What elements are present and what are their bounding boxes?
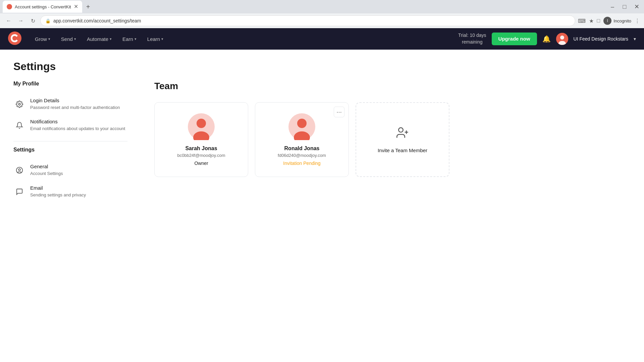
my-profile-section-title: My Profile (13, 81, 127, 87)
notifications-label: Notifications (30, 119, 125, 124)
nav-item-send[interactable]: Send ▾ (56, 28, 82, 50)
app: Grow ▾ Send ▾ Automate ▾ Earn ▾ Learn ▾ (0, 28, 644, 362)
notifications-desc: Email notifications about updates to you… (30, 126, 125, 132)
svg-point-6 (18, 169, 20, 171)
nav-item-grow[interactable]: Grow ▾ (30, 28, 56, 50)
trial-text: Trial: 10 daysremaining (458, 32, 486, 45)
login-details-label: Login Details (30, 98, 120, 103)
sarah-email: bc0bb24f@moodjoy.com (177, 153, 225, 158)
nav-item-learn[interactable]: Learn ▾ (142, 28, 169, 50)
sidebar-item-general[interactable]: General Account Settings (13, 160, 127, 181)
content-area: My Profile Login Details Password reset … (0, 81, 644, 202)
login-details-desc: Password reset and multi-factor authenti… (30, 105, 120, 111)
sidebar-item-notifications[interactable]: Notifications Email notifications about … (13, 115, 127, 136)
invite-label: Invite a Team Member (378, 147, 427, 153)
add-user-icon (396, 126, 409, 142)
nav-item-automate[interactable]: Automate ▾ (82, 28, 117, 50)
user-avatar[interactable] (556, 33, 568, 45)
svg-point-13 (398, 128, 403, 132)
card-menu-button[interactable]: ⋯ (334, 107, 344, 117)
ronald-avatar (288, 113, 315, 140)
sidebar-divider (13, 141, 127, 141)
incognito-label: Incognito (613, 18, 631, 23)
bookmark-icon[interactable]: ★ (589, 18, 594, 24)
nav-right: Trial: 10 daysremaining Upgrade now 🔔 UI… (458, 32, 636, 45)
learn-chevron-icon: ▾ (161, 37, 163, 41)
workspace-chevron-icon[interactable]: ▾ (634, 36, 636, 42)
tab-title: Account settings - ConvertKit (15, 4, 71, 9)
general-content: General Account Settings (30, 164, 63, 177)
close-button[interactable]: ✕ (632, 2, 641, 11)
team-member-card-ronald: ⋯ Ronald Jonas fd06d240@moodjoy.com Invi… (255, 102, 349, 177)
profile-icon[interactable]: □ (597, 18, 600, 24)
browser-titlebar: Account settings - ConvertKit ✕ + – □ ✕ (0, 0, 644, 13)
page-header: Settings (0, 50, 644, 81)
minimize-button[interactable]: – (608, 2, 617, 11)
login-details-content: Login Details Password reset and multi-f… (30, 98, 120, 111)
svg-point-4 (18, 103, 20, 105)
user-circle-icon (13, 164, 25, 176)
address-bar[interactable]: 🔒 app.convertkit.com/account_settings/te… (40, 15, 575, 26)
browser-chrome: Account settings - ConvertKit ✕ + – □ ✕ … (0, 0, 644, 28)
sarah-avatar (188, 113, 215, 140)
team-member-card-sarah: Sarah Jonas bc0bb24f@moodjoy.com Owner (154, 102, 248, 177)
tab-close-button[interactable]: ✕ (74, 4, 78, 9)
lock-icon: 🔒 (45, 18, 51, 23)
ronald-email: fd06d240@moodjoy.com (278, 153, 326, 158)
team-cards: Sarah Jonas bc0bb24f@moodjoy.com Owner ⋯ (154, 102, 631, 177)
sidebar-item-login-details[interactable]: Login Details Password reset and multi-f… (13, 94, 127, 115)
page-title: Settings (13, 60, 631, 73)
svg-point-11 (297, 119, 307, 128)
gear-icon (13, 98, 25, 110)
email-content: Email Sending settings and privacy (30, 185, 86, 198)
svg-point-8 (197, 119, 206, 128)
logo[interactable] (8, 32, 30, 46)
nav-item-earn[interactable]: Earn ▾ (117, 28, 142, 50)
grow-chevron-icon: ▾ (48, 37, 50, 41)
bell-sidebar-icon (13, 119, 25, 131)
email-label: Email (30, 185, 86, 191)
notifications-bell-icon[interactable]: 🔔 (542, 35, 551, 43)
back-button[interactable]: ← (4, 16, 13, 25)
svg-point-0 (8, 32, 21, 45)
maximize-button[interactable]: □ (620, 2, 629, 11)
general-label: General (30, 164, 63, 169)
incognito-badge: I Incognito (603, 17, 631, 25)
settings-sidebar: My Profile Login Details Password reset … (13, 81, 141, 202)
url-text: app.convertkit.com/account_settings/team (53, 18, 141, 23)
automate-chevron-icon: ▾ (110, 37, 112, 41)
top-nav: Grow ▾ Send ▾ Automate ▾ Earn ▾ Learn ▾ (0, 28, 644, 50)
svg-point-2 (560, 36, 564, 40)
incognito-avatar: I (603, 17, 611, 25)
tab-favicon (7, 4, 12, 9)
sarah-name: Sarah Jonas (185, 145, 217, 152)
email-icon (13, 186, 25, 198)
send-chevron-icon: ▾ (74, 37, 76, 41)
main-content: Settings My Profile Login Details Passwo… (0, 50, 644, 202)
right-content: Team Sarah Jonas bc0bb24f@moodjoy.co (141, 81, 631, 202)
menu-icon[interactable]: ⋮ (635, 18, 640, 24)
sidebar-item-email[interactable]: Email Sending settings and privacy (13, 181, 127, 202)
window-controls: – □ ✕ (608, 2, 641, 11)
sarah-role: Owner (194, 161, 208, 166)
browser-tab[interactable]: Account settings - ConvertKit ✕ (3, 1, 82, 13)
refresh-button[interactable]: ↻ (28, 16, 38, 25)
forward-button[interactable]: → (16, 16, 25, 25)
settings-section-title: Settings (13, 147, 127, 153)
earn-chevron-icon: ▾ (135, 37, 137, 41)
cast-icon[interactable]: ⌨ (578, 18, 586, 24)
nav-items: Grow ▾ Send ▾ Automate ▾ Earn ▾ Learn ▾ (30, 28, 458, 50)
team-section-title: Team (154, 81, 631, 92)
ronald-status: Invitation Pending (283, 161, 320, 166)
email-desc: Sending settings and privacy (30, 192, 86, 198)
invite-team-member-card[interactable]: Invite a Team Member (356, 102, 449, 177)
new-tab-button[interactable]: + (84, 2, 93, 11)
ronald-name: Ronald Jonas (284, 145, 320, 152)
upgrade-button[interactable]: Upgrade now (492, 33, 537, 45)
browser-toolbar: ← → ↻ 🔒 app.convertkit.com/account_setti… (0, 13, 644, 28)
notifications-content: Notifications Email notifications about … (30, 119, 125, 132)
general-desc: Account Settings (30, 171, 63, 177)
toolbar-right: ⌨ ★ □ I Incognito ⋮ (578, 17, 640, 25)
workspace-name[interactable]: UI Feed Design Rockstars (574, 36, 628, 42)
